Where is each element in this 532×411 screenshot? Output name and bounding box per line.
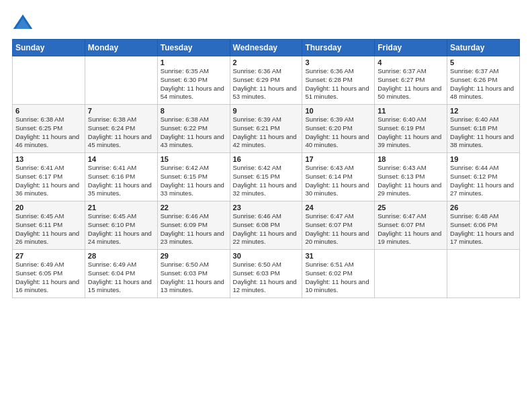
calendar-day-21: 21Sunrise: 6:45 AMSunset: 6:10 PMDayligh… xyxy=(85,201,157,250)
day-number: 18 xyxy=(378,155,444,163)
day-number: 28 xyxy=(88,252,154,260)
calendar-day-16: 16Sunrise: 6:42 AMSunset: 6:15 PMDayligh… xyxy=(230,153,302,201)
calendar-day-5: 5Sunrise: 6:37 AMSunset: 6:26 PMDaylight… xyxy=(447,56,520,105)
calendar-header-row: SundayMondayTuesdayWednesdayThursdayFrid… xyxy=(13,40,520,56)
calendar-day-29: 29Sunrise: 6:50 AMSunset: 6:03 PMDayligh… xyxy=(157,250,230,298)
calendar-day-14: 14Sunrise: 6:41 AMSunset: 6:16 PMDayligh… xyxy=(85,153,157,201)
calendar-day-27: 27Sunrise: 6:49 AMSunset: 6:05 PMDayligh… xyxy=(13,250,85,298)
day-number: 19 xyxy=(450,155,517,163)
day-info: Sunrise: 6:40 AMSunset: 6:18 PMDaylight:… xyxy=(450,116,517,150)
day-info: Sunrise: 6:41 AMSunset: 6:16 PMDaylight:… xyxy=(88,164,154,198)
calendar-empty-cell xyxy=(85,56,157,105)
calendar-day-1: 1Sunrise: 6:35 AMSunset: 6:30 PMDaylight… xyxy=(157,56,230,105)
calendar-day-3: 3Sunrise: 6:36 AMSunset: 6:28 PMDaylight… xyxy=(302,56,375,105)
day-info: Sunrise: 6:45 AMSunset: 6:10 PMDaylight:… xyxy=(88,212,154,246)
calendar-table: SundayMondayTuesdayWednesdayThursdayFrid… xyxy=(12,39,520,298)
calendar-empty-cell xyxy=(13,56,85,105)
day-number: 27 xyxy=(15,252,82,260)
calendar-day-18: 18Sunrise: 6:43 AMSunset: 6:13 PMDayligh… xyxy=(375,153,447,201)
logo xyxy=(12,12,36,34)
calendar-day-13: 13Sunrise: 6:41 AMSunset: 6:17 PMDayligh… xyxy=(13,153,85,201)
day-info: Sunrise: 6:39 AMSunset: 6:20 PMDaylight:… xyxy=(305,116,371,150)
day-info: Sunrise: 6:50 AMSunset: 6:03 PMDaylight:… xyxy=(233,261,300,295)
calendar-empty-cell xyxy=(447,250,520,298)
calendar-day-30: 30Sunrise: 6:50 AMSunset: 6:03 PMDayligh… xyxy=(230,250,302,298)
day-info: Sunrise: 6:50 AMSunset: 6:03 PMDaylight:… xyxy=(161,261,227,295)
day-number: 31 xyxy=(305,252,371,260)
day-info: Sunrise: 6:42 AMSunset: 6:15 PMDaylight:… xyxy=(161,164,227,198)
calendar-day-28: 28Sunrise: 6:49 AMSunset: 6:04 PMDayligh… xyxy=(85,250,157,298)
day-info: Sunrise: 6:49 AMSunset: 6:05 PMDaylight:… xyxy=(15,261,82,295)
day-info: Sunrise: 6:41 AMSunset: 6:17 PMDaylight:… xyxy=(15,164,82,198)
calendar-week-5: 27Sunrise: 6:49 AMSunset: 6:05 PMDayligh… xyxy=(13,250,520,298)
calendar-header-wednesday: Wednesday xyxy=(230,40,302,56)
day-info: Sunrise: 6:46 AMSunset: 6:08 PMDaylight:… xyxy=(233,212,300,246)
day-number: 14 xyxy=(88,155,154,163)
day-number: 4 xyxy=(378,58,444,66)
day-number: 22 xyxy=(161,203,227,212)
day-number: 5 xyxy=(450,58,517,66)
day-info: Sunrise: 6:47 AMSunset: 6:07 PMDaylight:… xyxy=(378,212,444,246)
calendar-day-4: 4Sunrise: 6:37 AMSunset: 6:27 PMDaylight… xyxy=(375,56,447,105)
day-number: 10 xyxy=(305,107,371,115)
day-number: 21 xyxy=(88,203,154,212)
day-number: 1 xyxy=(161,58,227,66)
day-info: Sunrise: 6:40 AMSunset: 6:19 PMDaylight:… xyxy=(378,116,444,150)
logo-icon xyxy=(12,12,34,34)
day-info: Sunrise: 6:36 AMSunset: 6:28 PMDaylight:… xyxy=(305,67,371,101)
calendar-week-3: 13Sunrise: 6:41 AMSunset: 6:17 PMDayligh… xyxy=(13,153,520,201)
day-number: 11 xyxy=(378,107,444,115)
calendar-day-7: 7Sunrise: 6:38 AMSunset: 6:24 PMDaylight… xyxy=(85,105,157,153)
day-info: Sunrise: 6:48 AMSunset: 6:06 PMDaylight:… xyxy=(450,212,517,246)
day-info: Sunrise: 6:51 AMSunset: 6:02 PMDaylight:… xyxy=(305,261,371,295)
day-info: Sunrise: 6:42 AMSunset: 6:15 PMDaylight:… xyxy=(233,164,300,198)
calendar-empty-cell xyxy=(375,250,447,298)
calendar-day-26: 26Sunrise: 6:48 AMSunset: 6:06 PMDayligh… xyxy=(447,201,520,250)
calendar-day-31: 31Sunrise: 6:51 AMSunset: 6:02 PMDayligh… xyxy=(302,250,375,298)
day-info: Sunrise: 6:43 AMSunset: 6:14 PMDaylight:… xyxy=(305,164,371,198)
day-number: 30 xyxy=(233,252,300,260)
day-number: 17 xyxy=(305,155,371,163)
calendar-header-friday: Friday xyxy=(375,40,447,56)
day-number: 20 xyxy=(15,203,82,212)
calendar-day-25: 25Sunrise: 6:47 AMSunset: 6:07 PMDayligh… xyxy=(375,201,447,250)
calendar-day-22: 22Sunrise: 6:46 AMSunset: 6:09 PMDayligh… xyxy=(157,201,230,250)
day-info: Sunrise: 6:36 AMSunset: 6:29 PMDaylight:… xyxy=(233,67,300,101)
day-info: Sunrise: 6:38 AMSunset: 6:22 PMDaylight:… xyxy=(161,116,227,150)
calendar-day-15: 15Sunrise: 6:42 AMSunset: 6:15 PMDayligh… xyxy=(157,153,230,201)
day-info: Sunrise: 6:39 AMSunset: 6:21 PMDaylight:… xyxy=(233,116,300,150)
calendar-day-19: 19Sunrise: 6:44 AMSunset: 6:12 PMDayligh… xyxy=(447,153,520,201)
day-number: 26 xyxy=(450,203,517,212)
day-number: 16 xyxy=(233,155,300,163)
calendar-day-20: 20Sunrise: 6:45 AMSunset: 6:11 PMDayligh… xyxy=(13,201,85,250)
calendar-day-23: 23Sunrise: 6:46 AMSunset: 6:08 PMDayligh… xyxy=(230,201,302,250)
day-info: Sunrise: 6:38 AMSunset: 6:25 PMDaylight:… xyxy=(15,116,82,150)
calendar-header-sunday: Sunday xyxy=(13,40,85,56)
calendar-day-12: 12Sunrise: 6:40 AMSunset: 6:18 PMDayligh… xyxy=(447,105,520,153)
calendar-day-24: 24Sunrise: 6:47 AMSunset: 6:07 PMDayligh… xyxy=(302,201,375,250)
calendar-day-11: 11Sunrise: 6:40 AMSunset: 6:19 PMDayligh… xyxy=(375,105,447,153)
day-number: 12 xyxy=(450,107,517,115)
calendar-day-10: 10Sunrise: 6:39 AMSunset: 6:20 PMDayligh… xyxy=(302,105,375,153)
day-info: Sunrise: 6:43 AMSunset: 6:13 PMDaylight:… xyxy=(378,164,444,198)
day-number: 15 xyxy=(161,155,227,163)
day-number: 8 xyxy=(161,107,227,115)
day-info: Sunrise: 6:37 AMSunset: 6:26 PMDaylight:… xyxy=(450,67,517,101)
day-number: 6 xyxy=(15,107,82,115)
calendar-header-tuesday: Tuesday xyxy=(157,40,230,56)
page: SundayMondayTuesdayWednesdayThursdayFrid… xyxy=(0,0,532,411)
day-number: 9 xyxy=(233,107,300,115)
day-info: Sunrise: 6:44 AMSunset: 6:12 PMDaylight:… xyxy=(450,164,517,198)
header xyxy=(12,12,520,34)
day-info: Sunrise: 6:49 AMSunset: 6:04 PMDaylight:… xyxy=(88,261,154,295)
day-number: 25 xyxy=(378,203,444,212)
calendar-week-2: 6Sunrise: 6:38 AMSunset: 6:25 PMDaylight… xyxy=(13,105,520,153)
day-number: 2 xyxy=(233,58,300,66)
calendar-header-thursday: Thursday xyxy=(302,40,375,56)
day-info: Sunrise: 6:38 AMSunset: 6:24 PMDaylight:… xyxy=(88,116,154,150)
day-number: 24 xyxy=(305,203,371,212)
day-info: Sunrise: 6:46 AMSunset: 6:09 PMDaylight:… xyxy=(161,212,227,246)
calendar-day-2: 2Sunrise: 6:36 AMSunset: 6:29 PMDaylight… xyxy=(230,56,302,105)
day-number: 3 xyxy=(305,58,371,66)
calendar-day-6: 6Sunrise: 6:38 AMSunset: 6:25 PMDaylight… xyxy=(13,105,85,153)
